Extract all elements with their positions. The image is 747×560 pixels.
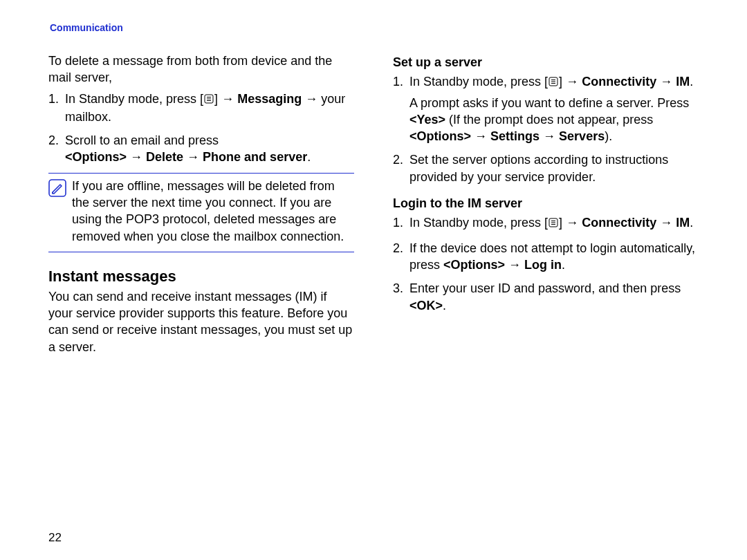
text: In Standby mode, press [ [409,216,548,230]
delete-step-1: In Standby mode, press [] → Messaging → … [48,91,354,126]
two-column-layout: To delete a message from both from devic… [48,53,699,360]
arrow-icon: → [508,258,521,272]
menu-path: Phone and server [203,150,307,164]
arrow-icon: → [566,216,578,230]
text: In Standby mode, press [ [409,75,548,88]
arrow-icon: → [130,150,142,164]
text: . [443,299,446,312]
menu-path: <Options> [65,150,127,164]
arrow-icon: → [543,129,555,143]
key-label: <Yes> [409,113,445,127]
login-step-3: Enter your user ID and password, and the… [393,280,699,314]
arrow-icon: → [474,129,487,143]
text: . [690,216,693,230]
intro-paragraph: To delete a message from both from devic… [48,53,354,86]
delete-steps-list: In Standby mode, press [] → Messaging → … [48,91,354,166]
text: ] [214,92,221,106]
note-text: If you are offline, messages will be del… [72,178,354,245]
menu-key-icon [548,75,559,91]
menu-path: IM [676,75,690,88]
text: A prompt asks if you want to define a se… [409,96,689,110]
text: ). [605,129,612,143]
menu-path: <Options> [409,129,471,143]
instant-messages-body: You can send and receive instant message… [48,288,354,355]
menu-path: Log in [524,258,562,272]
menu-path: Connectivity [582,75,656,88]
setup-steps-list: In Standby mode, press [] → Connectivity… [393,73,699,185]
text: . [690,75,693,88]
arrow-icon: → [660,216,672,230]
menu-path: Delete [146,150,183,164]
text: Enter your user ID and password, and the… [409,281,681,295]
menu-path: <Options> [443,258,505,272]
note-icon [48,178,72,245]
arrow-icon: → [660,75,672,88]
menu-path: Settings [490,129,540,143]
note-box: If you are offline, messages will be del… [48,173,354,252]
text: Scroll to an email and press [65,133,219,147]
menu-key-icon [548,216,559,232]
arrow-icon: → [566,75,578,88]
login-step-2: If the device does not attempt to login … [393,240,699,274]
text: ] [559,216,566,230]
setup-step-2: Set the server options according to inst… [393,151,699,185]
right-column: Set up a server In Standby mode, press [… [393,53,699,360]
login-step-1: In Standby mode, press [] → Connectivity… [393,214,699,232]
instant-messages-heading: Instant messages [48,266,354,287]
page-number: 22 [48,531,62,545]
key-label: <OK> [409,299,443,312]
menu-path: Messaging [237,92,302,106]
arrow-icon: → [305,92,317,106]
menu-key-icon [203,92,214,109]
manual-page: Communication To delete a message from b… [0,0,747,560]
setup-step-1: In Standby mode, press [] → Connectivity… [393,73,699,144]
menu-path: Connectivity [582,216,656,230]
text: . [562,258,565,272]
left-column: To delete a message from both from devic… [48,53,354,360]
menu-path: IM [676,216,690,230]
text: ] [559,75,566,88]
setup-server-heading: Set up a server [393,54,699,71]
login-heading: Login to the IM server [393,195,699,212]
section-header: Communication [50,22,699,33]
menu-path: Servers [559,129,605,143]
text: (If the prompt does not appear, press [445,113,653,127]
text: . [307,150,311,164]
delete-step-2: Scroll to an email and press <Options> →… [48,132,354,166]
text: In Standby mode, press [ [65,92,203,106]
arrow-icon: → [221,92,234,106]
login-steps-list: In Standby mode, press [] → Connectivity… [393,214,699,313]
arrow-icon: → [187,150,199,164]
